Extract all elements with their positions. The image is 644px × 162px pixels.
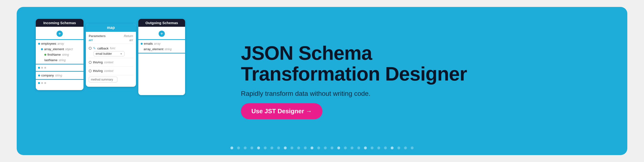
dot (377, 146, 380, 149)
field-name-thisarg2: thisArg (93, 69, 102, 73)
field-type: string (164, 48, 172, 51)
banner: Incoming Schemas + employees array array… (17, 7, 627, 155)
param-value: arr (89, 38, 93, 42)
subtitle: Rapidly transform data without writing c… (241, 90, 608, 97)
field-name-thisarg1: thisArg (93, 60, 102, 64)
dot-indicator (38, 67, 40, 69)
list-item: lastName string (36, 57, 84, 63)
dot (237, 146, 240, 149)
map-divider-2 (89, 58, 133, 58)
return-label: Return (124, 34, 133, 38)
dot-indicator (38, 82, 40, 84)
dot (244, 146, 247, 149)
map-divider-4 (89, 75, 133, 75)
schema-divider-3 (36, 71, 84, 72)
field-type: array (154, 42, 160, 45)
field-name: lastName (44, 58, 58, 62)
dot (257, 146, 260, 149)
bottom-dots-row (17, 146, 627, 149)
main-title: JSON Schema Transformation Designer (241, 43, 608, 84)
map-params-row: Parameters Return (89, 34, 133, 38)
params-label: Parameters (89, 34, 106, 38)
dot (337, 146, 340, 149)
dot (277, 146, 280, 149)
select-value: email builder (96, 52, 112, 55)
dot (290, 146, 294, 149)
dot (330, 146, 334, 149)
field-type-thisarg1: context (104, 61, 113, 64)
dot (411, 146, 414, 149)
edit-icon: ✎ (93, 46, 96, 50)
dot (250, 146, 253, 149)
map-card: map Parameters Return arr arr ✎ callback… (86, 24, 136, 87)
method-summary-input[interactable]: method summary (89, 77, 117, 82)
field-type-thisarg2: context (104, 69, 113, 73)
cta-button[interactable]: Use JST Designer → (241, 103, 322, 119)
dot (264, 146, 267, 149)
field-type: string (62, 53, 69, 56)
list-item: firstName string (36, 52, 84, 57)
map-values-row: arr arr (89, 38, 133, 42)
map-circle (89, 70, 92, 72)
map-circle (89, 47, 92, 50)
dot (297, 146, 300, 149)
map-divider-3 (89, 66, 133, 67)
field-type: string (59, 59, 66, 62)
map-body: Parameters Return arr arr ✎ callback fun… (86, 32, 136, 87)
plus-icon[interactable]: + (158, 31, 165, 37)
dot (397, 146, 400, 149)
dot (310, 146, 314, 149)
list-item: array_element string (138, 46, 185, 52)
diagram-area: Incoming Schemas + employees array array… (36, 19, 222, 143)
dot (364, 146, 367, 149)
dot-indicator (41, 48, 43, 50)
list-item: emails array (138, 41, 185, 46)
chevron-down-icon: ▼ (120, 53, 122, 55)
dot (230, 146, 233, 149)
dot-indicator (41, 67, 43, 69)
map-field-thisarg2: thisArg context (89, 68, 133, 74)
field-name: employees (41, 42, 56, 45)
map-field-callback: ✎ callback func (89, 45, 133, 51)
field-type: object (65, 48, 73, 51)
outgoing-add-btn[interactable]: + (138, 29, 185, 38)
list-item: employees array (36, 41, 84, 46)
dot (304, 146, 307, 149)
dot (317, 146, 320, 149)
dot-indicator (38, 43, 40, 45)
dot (344, 146, 347, 149)
schema-divider-2 (36, 64, 84, 65)
map-field-thisarg1: thisArg context (89, 60, 133, 65)
field-name: array_element (44, 47, 64, 51)
title-line2: Transformation Designer (241, 64, 608, 84)
map-circle (89, 61, 92, 64)
dot-indicator (44, 82, 46, 84)
dot (404, 146, 407, 149)
dot (324, 146, 327, 149)
dot (350, 146, 354, 149)
dot-indicator (41, 82, 43, 84)
dot-indicator (44, 67, 46, 69)
dot-indicator (38, 75, 40, 76)
schema-divider-1 (36, 39, 84, 40)
email-builder-select[interactable]: email builder ▼ (94, 51, 124, 56)
field-type: array (58, 42, 64, 45)
return-value: arr (129, 38, 133, 42)
text-area: JSON Schema Transformation Designer Rapi… (222, 43, 608, 119)
list-item: array_element object (36, 46, 84, 52)
incoming-add-btn[interactable]: + (36, 29, 84, 38)
dot (284, 146, 287, 149)
title-line1: JSON Schema (241, 43, 608, 63)
incoming-schema-header: Incoming Schemas (36, 19, 84, 27)
dot (384, 146, 387, 149)
map-header: map (86, 24, 136, 32)
dot (371, 146, 374, 149)
outgoing-schema-body: + emails array array_element string (138, 27, 185, 95)
schema-divider-4 (36, 79, 84, 80)
dot (357, 146, 360, 149)
field-name: array_element (144, 47, 164, 51)
plus-icon[interactable]: + (56, 31, 63, 37)
field-name: company (41, 74, 54, 77)
outgoing-divider-2 (138, 53, 185, 54)
dot-indicator (44, 54, 46, 56)
